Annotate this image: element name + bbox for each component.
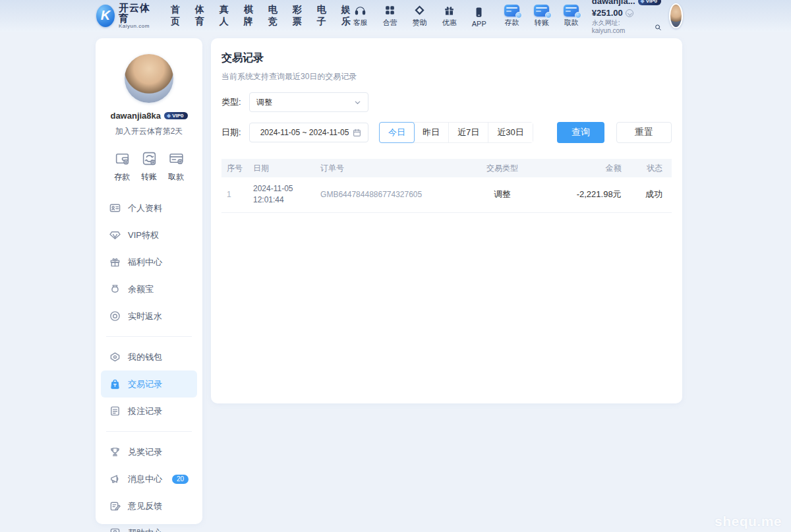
menu-divider — [106, 431, 192, 432]
page-title: 交易记录 — [221, 51, 672, 65]
nav-live[interactable]: 真人 — [220, 4, 229, 28]
type-filter-row: 类型: 调整 — [221, 92, 672, 112]
range-yesterday-button[interactable]: 昨日 — [414, 123, 449, 142]
deposit-badge-icon — [515, 12, 522, 18]
nav-home[interactable]: 首页 — [171, 4, 180, 28]
user-balance: ¥251.00 — [592, 8, 623, 18]
sidebar-deposit-button[interactable]: 存款 — [110, 150, 134, 183]
type-label: 类型: — [221, 96, 249, 108]
profile-vip-badge: ◆VIP0 — [164, 112, 188, 119]
sidebar-item-feedback[interactable]: 意见反馈 — [101, 492, 197, 519]
col-index: 序号 — [221, 159, 248, 177]
sidebar-item-prizes[interactable]: 兑奖记录 — [101, 438, 197, 465]
nav-sports[interactable]: 体育 — [195, 4, 204, 28]
query-button[interactable]: 查询 — [557, 122, 604, 143]
transfer-badge-icon — [545, 12, 552, 18]
range-7days-button[interactable]: 近7日 — [449, 123, 488, 142]
gem-icon — [109, 229, 121, 241]
col-order-no: 订单号 — [315, 159, 455, 177]
sidebar-item-profile[interactable]: 个人资料 — [101, 194, 197, 222]
brand-logo-icon: K — [96, 5, 115, 27]
bank-card-icon — [168, 150, 185, 167]
date-range-value: 2024-11-05 ~ 2024-11-05 — [256, 128, 353, 137]
main-nav: 首页 体育 真人 棋牌 电竞 彩票 电子 娱乐 — [171, 4, 351, 28]
phone-icon — [473, 6, 485, 18]
customer-service-button[interactable]: 客服 — [351, 4, 370, 28]
sidebar-item-bets[interactable]: 投注记录 — [101, 398, 197, 425]
headset-icon — [354, 4, 366, 16]
nav-esports[interactable]: 电竞 — [268, 4, 278, 28]
user-name: dawanjia... — [592, 0, 635, 7]
sidebar-quick-actions: 存款 转账 取款 — [101, 150, 197, 183]
col-type: 交易类型 — [455, 159, 550, 177]
shield-icon: ◆ — [641, 0, 645, 5]
partnership-icon — [384, 4, 396, 16]
cell-type: 调整 — [455, 177, 550, 212]
megaphone-icon — [109, 473, 121, 485]
sidebar-item-messages[interactable]: 消息中心 20 — [101, 465, 197, 492]
cell-date: 2024-11-05 12:01:44 — [248, 177, 315, 212]
header-service-icons: 客服 合营 赞助 优惠 APP — [351, 4, 489, 28]
trophy-icon — [109, 446, 121, 458]
cell-order-no: GMB6447844886774327605 — [315, 177, 455, 212]
type-select-value: 调整 — [256, 97, 272, 108]
header-wallet-icons: 存款 转账 取款 — [502, 5, 581, 28]
gift-icon — [443, 4, 455, 16]
user-info-block[interactable]: dawanjia... ◆VIP0 ¥251.00 永久网址: kaiyun.c… — [592, 0, 661, 36]
message-count-badge: 20 — [172, 475, 189, 484]
profile-username: dawanjia8ka — [110, 111, 161, 121]
sidebar-transfer-button[interactable]: 转账 — [137, 150, 161, 183]
transfer-button[interactable]: 转账 — [532, 5, 552, 28]
date-range-input[interactable]: 2024-11-05 ~ 2024-11-05 — [249, 123, 368, 142]
sidebar-item-help[interactable]: 帮助中心 — [101, 519, 197, 532]
calendar-icon — [353, 129, 361, 137]
withdraw-button[interactable]: 取款 — [562, 5, 581, 28]
shield-icon: ◆ — [167, 113, 171, 119]
search-icon[interactable] — [655, 24, 662, 31]
range-today-button[interactable]: 今日 — [379, 122, 415, 143]
brand-domain: Kaiyun.com — [119, 24, 154, 29]
sidebar-item-rebate[interactable]: 实时返水 — [101, 303, 197, 330]
rebate-icon — [109, 310, 121, 322]
sidebar-withdraw-button[interactable]: 取款 — [164, 150, 188, 183]
partnership-button[interactable]: 合营 — [380, 4, 400, 28]
sidebar-item-welfare[interactable]: 福利中心 — [101, 249, 197, 276]
sidebar-item-vip[interactable]: VIP特权 — [101, 222, 197, 249]
sidebar-item-wallet[interactable]: 我的钱包 — [101, 343, 197, 370]
diamond-icon — [413, 4, 426, 16]
table-row[interactable]: 1 2024-11-05 12:01:44 GMB644784488677432… — [221, 177, 672, 212]
range-30days-button[interactable]: 近30日 — [488, 123, 532, 142]
id-card-icon — [109, 202, 121, 214]
type-select[interactable]: 调整 — [249, 92, 368, 112]
cell-status: 成功 — [627, 177, 672, 212]
top-header: K 开云体育 Kaiyun.com 首页 体育 真人 棋牌 电竞 彩票 电子 娱… — [0, 0, 791, 32]
brand-logo[interactable]: K 开云体育 Kaiyun.com — [96, 3, 154, 29]
user-avatar[interactable] — [669, 3, 683, 28]
sponsor-button[interactable]: 赞助 — [410, 4, 430, 28]
nav-entertainment[interactable]: 娱乐 — [341, 4, 351, 28]
sidebar: dawanjia8ka ◆VIP0 加入开云体育第2天 存款 转账 取款 个人资… — [96, 38, 202, 524]
transfer-icon — [141, 150, 158, 167]
my-wallet-icon — [109, 351, 121, 363]
nav-cards[interactable]: 棋牌 — [244, 4, 253, 28]
profile-avatar[interactable] — [125, 54, 173, 103]
deposit-button[interactable]: 存款 — [502, 5, 522, 28]
app-download-button[interactable]: APP — [469, 6, 489, 28]
transactions-table: 序号 日期 订单号 交易类型 金额 状态 1 2024-11-05 12:01:… — [221, 159, 672, 213]
nav-lottery[interactable]: 彩票 — [293, 4, 302, 28]
transaction-bag-icon — [109, 378, 121, 390]
sidebar-menu: 个人资料 VIP特权 福利中心 余额宝 实时返水 我的钱包 交易记录 — [101, 194, 197, 532]
promotions-button[interactable]: 优惠 — [440, 4, 459, 28]
transfer-icon — [534, 5, 549, 16]
sidebar-item-yuebao[interactable]: 余额宝 — [101, 276, 197, 303]
date-label: 日期: — [221, 127, 249, 138]
sidebar-item-transactions[interactable]: 交易记录 — [101, 370, 197, 398]
nav-slots[interactable]: 电子 — [317, 4, 326, 28]
gift-icon — [109, 256, 121, 268]
balance-dropdown-icon[interactable] — [626, 9, 633, 17]
help-icon — [109, 527, 121, 532]
reset-button[interactable]: 重置 — [616, 122, 672, 143]
page-subtitle: 当前系统支持查询最近30日的交易记录 — [221, 71, 672, 82]
withdraw-badge-icon — [575, 12, 581, 18]
col-amount: 金额 — [550, 159, 627, 177]
